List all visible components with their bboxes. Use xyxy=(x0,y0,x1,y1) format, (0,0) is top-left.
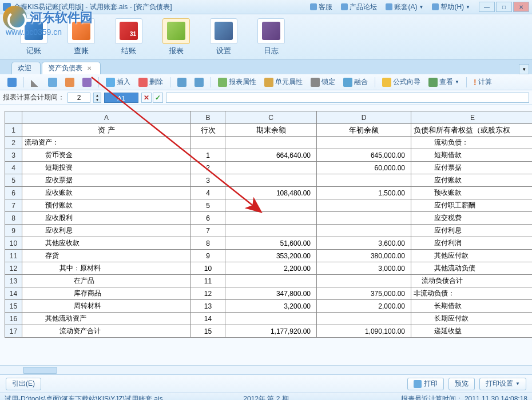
cut-button[interactable] xyxy=(28,77,43,88)
print-setup-button[interactable]: 打印设置 ▼ xyxy=(479,378,526,390)
cell[interactable]: 流动负债： xyxy=(411,137,533,149)
cell[interactable] xyxy=(191,137,225,149)
cell[interactable]: 51,600.00 xyxy=(225,237,317,250)
cell[interactable]: 年初余额 xyxy=(317,124,411,137)
col-header-a[interactable]: A xyxy=(22,111,191,124)
ribbon-bookkeeping[interactable]: 记账 xyxy=(20,18,47,56)
close-button[interactable]: ✕ xyxy=(513,2,529,12)
cell[interactable]: 应付利息 xyxy=(411,225,533,237)
cell[interactable] xyxy=(225,313,317,325)
cell[interactable]: 资 产 xyxy=(22,124,191,137)
cell[interactable]: 在产品 xyxy=(22,275,191,287)
cell[interactable]: 2,000.00 xyxy=(317,300,411,313)
cell[interactable]: 流动负债合计 xyxy=(411,275,533,287)
cell[interactable]: 375,000.00 xyxy=(317,287,411,300)
cell[interactable]: 流动资产： xyxy=(22,137,191,149)
cell[interactable]: 664,640.00 xyxy=(225,149,317,162)
col-header-c[interactable]: C xyxy=(225,111,317,124)
row-header[interactable]: 11 xyxy=(5,250,22,262)
row-header[interactable]: 8 xyxy=(5,212,22,225)
cell[interactable]: 1,500.00 xyxy=(317,187,411,199)
cell[interactable] xyxy=(317,174,411,187)
paste-button[interactable] xyxy=(62,77,77,88)
cell[interactable]: 其他应付款 xyxy=(411,250,533,262)
cell[interactable] xyxy=(225,137,317,149)
minimize-button[interactable]: — xyxy=(479,2,495,12)
format-button[interactable] xyxy=(80,77,94,88)
cell[interactable]: 期末余额 xyxy=(225,124,317,137)
formula-wizard-button[interactable]: 公式向导 xyxy=(379,76,423,88)
cell[interactable]: 14 xyxy=(191,313,225,325)
table-row[interactable]: 7 预付账款 5 应付职工薪酬 xyxy=(5,199,533,212)
cell[interactable]: 353,200.00 xyxy=(225,250,317,262)
cell[interactable]: 2 xyxy=(191,162,225,174)
table-row[interactable]: 2 流动资产： 流动负债： xyxy=(5,137,533,149)
row-header[interactable]: 12 xyxy=(5,262,22,275)
lock-button[interactable]: 锁定 xyxy=(308,76,338,88)
cell[interactable]: 15 xyxy=(191,325,225,338)
cell[interactable]: 2,200.00 xyxy=(225,262,317,275)
customer-service-link[interactable]: 客服 xyxy=(310,2,332,12)
scroll-thumb[interactable] xyxy=(23,367,57,374)
balance-sheet-table[interactable]: A B C D E 1 资 产 行次 期末余额 年初余额 负债和所有者权益（或股… xyxy=(5,111,532,338)
cell[interactable]: 4 xyxy=(191,187,225,199)
copy-button[interactable] xyxy=(45,77,60,88)
cell[interactable] xyxy=(317,137,411,149)
formula-confirm-button[interactable]: ✓ xyxy=(153,93,163,103)
cell[interactable]: 应收利息 xyxy=(22,225,191,237)
table-row[interactable]: 4 短期投资 2 60,000.00 应付票据 xyxy=(5,162,533,174)
formula-input[interactable] xyxy=(166,93,529,103)
cell[interactable]: 短期借款 xyxy=(411,149,533,162)
table-row[interactable]: 10 其他应收款 8 51,600.00 3,600.00 应付利润 xyxy=(5,237,533,250)
cell[interactable] xyxy=(225,225,317,237)
column-button[interactable] xyxy=(174,77,189,88)
export-button[interactable]: 引出(E) xyxy=(6,378,41,390)
cell[interactable] xyxy=(225,212,317,225)
tab-welcome[interactable]: 欢迎 xyxy=(11,62,41,74)
cell[interactable]: 其他应收款 xyxy=(22,237,191,250)
cell[interactable] xyxy=(225,162,317,174)
cell[interactable]: 380,000.00 xyxy=(317,250,411,262)
calculate-button[interactable]: ! 计算 xyxy=(471,76,495,88)
table-row[interactable]: 15 周转材料 13 3,200.00 2,000.00 长期借款 xyxy=(5,300,533,313)
cell[interactable]: 60,000.00 xyxy=(317,162,411,174)
cell[interactable]: 645,000.00 xyxy=(317,149,411,162)
cell[interactable]: 1 xyxy=(191,149,225,162)
save-button[interactable] xyxy=(5,77,19,88)
cell[interactable] xyxy=(225,174,317,187)
forum-link[interactable]: 产品论坛 xyxy=(341,2,377,12)
help-menu[interactable]: 帮助(H) ▼ xyxy=(432,2,470,12)
cell[interactable]: 12 xyxy=(191,287,225,300)
cell[interactable]: 3,200.00 xyxy=(225,300,317,313)
row-header[interactable]: 13 xyxy=(5,275,22,287)
cell[interactable]: 流动资产合计 xyxy=(22,325,191,338)
cell[interactable]: 6 xyxy=(191,212,225,225)
tabs-dropdown[interactable]: ▾ xyxy=(519,64,529,74)
print-button[interactable]: 打印 xyxy=(407,378,444,390)
tab-balance-sheet[interactable]: 资产负债表✕ xyxy=(42,62,101,74)
table-row[interactable]: 12 其中：原材料 10 2,200.00 3,000.00 其他流动负债 xyxy=(5,262,533,275)
cell-properties-button[interactable]: 单元属性 xyxy=(261,76,305,88)
row-header[interactable]: 1 xyxy=(5,124,22,137)
col-header-d[interactable]: D xyxy=(317,111,411,124)
cell[interactable]: 其中：原材料 xyxy=(22,262,191,275)
cell[interactable] xyxy=(317,275,411,287)
row-header[interactable]: 17 xyxy=(5,325,22,338)
cell[interactable]: 10 xyxy=(191,262,225,275)
row-header[interactable]: 7 xyxy=(5,199,22,212)
cell[interactable]: 负债和所有者权益（或股东权 xyxy=(411,124,533,137)
cell[interactable] xyxy=(317,313,411,325)
row-header[interactable]: 15 xyxy=(5,300,22,313)
cell[interactable]: 7 xyxy=(191,225,225,237)
row-header[interactable]: 9 xyxy=(5,225,22,237)
cell[interactable]: 1,177,920.00 xyxy=(225,325,317,338)
cell[interactable] xyxy=(225,199,317,212)
col-header-b[interactable]: B xyxy=(191,111,225,124)
cell-reference[interactable]: A1 xyxy=(104,93,138,103)
cell[interactable]: 8 xyxy=(191,237,225,250)
cell[interactable]: 递延收益 xyxy=(411,325,533,338)
cell[interactable]: 存货 xyxy=(22,250,191,262)
row-header[interactable]: 5 xyxy=(5,174,22,187)
ribbon-close-account[interactable]: 结账 xyxy=(115,18,142,56)
cell[interactable]: 周转材料 xyxy=(22,300,191,313)
